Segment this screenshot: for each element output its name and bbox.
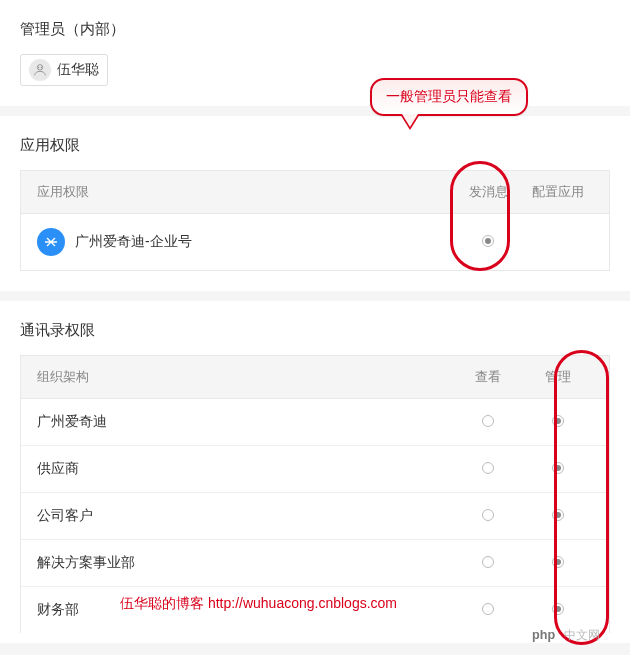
contact-perm-table: 组织架构 查看 管理 广州爱奇迪 供应商 公司客户 解决方案事业部 财务部: [20, 355, 610, 633]
contact-perm-title: 通讯录权限: [20, 321, 610, 340]
app-row-name: 广州爱奇迪-企业号: [75, 233, 192, 251]
radio-view[interactable]: [482, 415, 494, 427]
radio-manage[interactable]: [552, 462, 564, 474]
callout-annotation: 一般管理员只能查看: [370, 78, 528, 116]
contact-header-view: 查看: [453, 368, 523, 386]
app-perm-header-name: 应用权限: [37, 183, 453, 201]
table-row: 广州爱奇迪: [21, 399, 609, 446]
admin-user-name: 伍华聪: [57, 61, 99, 79]
app-perm-header: 应用权限 发消息 配置应用: [21, 171, 609, 214]
contact-perm-header: 组织架构 查看 管理: [21, 356, 609, 399]
app-perm-section: 应用权限 应用权限 发消息 配置应用 广州爱奇迪-企业号: [0, 116, 630, 291]
table-row: 供应商: [21, 446, 609, 493]
table-row: 公司客户: [21, 493, 609, 540]
watermark-blog: 伍华聪的博客 http://wuhuacong.cnblogs.com: [120, 595, 397, 613]
org-row-name: 供应商: [37, 460, 453, 478]
contact-perm-section: 通讯录权限 组织架构 查看 管理 广州爱奇迪 供应商 公司客户 解决方案事业部: [0, 301, 630, 643]
app-perm-header-send: 发消息: [453, 183, 523, 201]
radio-view[interactable]: [482, 509, 494, 521]
radio-view[interactable]: [482, 603, 494, 615]
avatar-icon: [29, 59, 51, 81]
app-perm-header-config: 配置应用: [523, 183, 593, 201]
contact-header-name: 组织架构: [37, 368, 453, 386]
svg-point-1: [38, 67, 39, 68]
app-perm-title: 应用权限: [20, 136, 610, 155]
org-row-name: 广州爱奇迪: [37, 413, 453, 431]
radio-manage[interactable]: [552, 509, 564, 521]
radio-manage[interactable]: [552, 415, 564, 427]
watermark-site: php 中文网: [532, 623, 622, 650]
svg-text:php: php: [532, 629, 555, 643]
radio-manage[interactable]: [552, 556, 564, 568]
radio-view[interactable]: [482, 462, 494, 474]
radio-manage[interactable]: [552, 603, 564, 615]
admin-section-title: 管理员（内部）: [20, 20, 610, 39]
admin-user-badge[interactable]: 伍华聪: [20, 54, 108, 86]
contact-header-manage: 管理: [523, 368, 593, 386]
table-row: 广州爱奇迪-企业号: [21, 214, 609, 270]
org-row-name: 解决方案事业部: [37, 554, 453, 572]
callout-text: 一般管理员只能查看: [386, 88, 512, 104]
table-row: 解决方案事业部: [21, 540, 609, 587]
org-row-name: 公司客户: [37, 507, 453, 525]
radio-send[interactable]: [482, 235, 494, 247]
app-perm-table: 应用权限 发消息 配置应用 广州爱奇迪-企业号: [20, 170, 610, 271]
svg-text:中文网: 中文网: [564, 629, 600, 642]
app-icon: [37, 228, 65, 256]
svg-point-2: [41, 67, 42, 68]
radio-view[interactable]: [482, 556, 494, 568]
admin-section: 管理员（内部） 伍华聪: [0, 0, 630, 106]
